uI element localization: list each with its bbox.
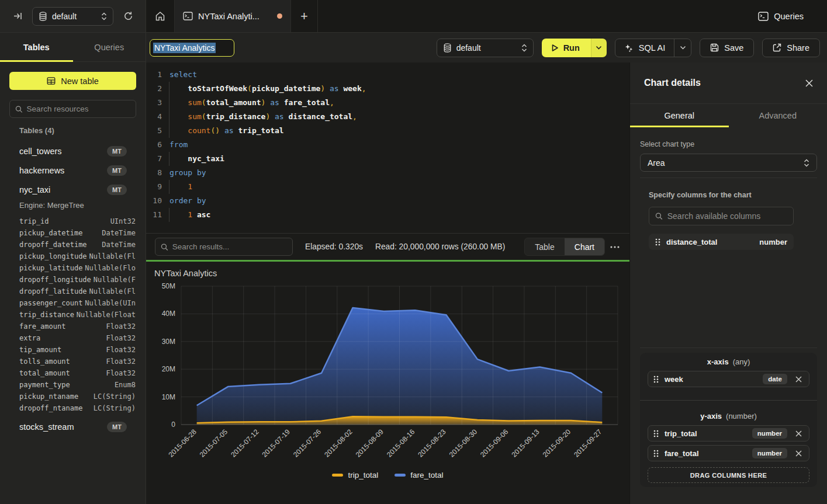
axis-column-name: fare_total (665, 449, 746, 458)
line-number: 5 (146, 124, 162, 138)
axis-column-item[interactable]: fare_totalnumber (648, 445, 809, 461)
save-button[interactable]: Save (700, 39, 754, 57)
sidebar-tab-queries[interactable]: Queries (73, 33, 146, 61)
token-par: ( (202, 98, 206, 107)
chart-type-value: Area (648, 158, 804, 168)
home-tab-button[interactable] (146, 0, 174, 32)
toggle-table[interactable]: Table (525, 238, 564, 255)
save-icon (710, 43, 719, 52)
queries-button[interactable]: Queries (751, 0, 827, 32)
run-button[interactable]: Run (542, 39, 591, 57)
legend-item[interactable]: fare_total (395, 471, 443, 479)
chart-type-select[interactable]: Area (640, 154, 817, 172)
sql-ai-button-label: SQL AI (639, 43, 665, 53)
axes-divider (640, 400, 817, 401)
panel-divider (640, 178, 817, 178)
sql-editor[interactable]: 1select2 toStartOfWeek(pickup_datetime) … (146, 62, 629, 233)
run-options-button[interactable] (591, 39, 607, 57)
more-options-button[interactable] (605, 246, 625, 248)
remove-column-button[interactable] (793, 376, 804, 383)
legend-item[interactable]: trip_total (332, 471, 378, 479)
columns-search-input[interactable] (667, 211, 787, 221)
column-type: UInt32 (49, 217, 136, 225)
x-tick-label: 2015-07-05 (198, 427, 230, 459)
new-table-button[interactable]: New table (9, 72, 136, 90)
axis-column-item[interactable]: trip_totalnumber (648, 425, 809, 442)
sidebar-search (9, 100, 136, 118)
x-tick-label: 2015-07-26 (292, 427, 323, 459)
axis-column-item[interactable]: weekdate (648, 371, 809, 387)
column-name: trip_distance (19, 311, 74, 319)
remove-column-button[interactable] (793, 430, 804, 437)
remove-column-button[interactable] (793, 450, 804, 457)
token-kw: from (169, 140, 188, 149)
token-kw: as (220, 126, 233, 135)
table-row[interactable]: cell_towersMT (19, 144, 136, 158)
sql-ai-button[interactable]: SQL AI (615, 43, 674, 53)
panel-tab-general[interactable]: General (630, 104, 729, 127)
code-text: sum(total_amount) as fare_total, (162, 96, 334, 110)
sidebar-search-input[interactable] (27, 105, 130, 113)
area-chart[interactable]: 010M20M30M40M50M2015-06-282015-07-052015… (146, 262, 629, 466)
share-button[interactable]: Share (762, 39, 820, 57)
toggle-chart[interactable]: Chart (565, 238, 604, 255)
token-fn: count (169, 126, 210, 135)
column-name: pickup_latitude (19, 264, 82, 272)
close-icon (795, 430, 802, 437)
toolbar-database-selector[interactable]: default (437, 39, 534, 57)
query-title-input[interactable]: NYTaxi Analytics (150, 39, 234, 57)
database-icon (39, 12, 47, 21)
column-row: total_amountFloat32 (19, 367, 136, 379)
tables-section-label: Tables (4) (19, 126, 136, 135)
share-button-label: Share (787, 43, 809, 53)
refresh-button[interactable] (119, 8, 137, 25)
column-name: total_amount (19, 369, 70, 377)
code-text: nyc_taxi (162, 152, 224, 166)
column-row: trip_distanceNullable(Float (19, 309, 136, 321)
query-tab[interactable]: NYTaxi Analyti... (174, 0, 291, 32)
table-row[interactable]: nyc_taxiMT (19, 183, 136, 197)
new-table-label: New table (61, 77, 98, 86)
token-kw: group by (169, 168, 206, 177)
column-name: pickup_longitude (19, 252, 87, 260)
sidebar-database-selector[interactable]: default (32, 7, 113, 26)
column-name: dropoff_latitude (19, 287, 87, 296)
available-column-item[interactable]: distance_totalnumber (649, 234, 794, 250)
x-tick-label: 2015-09-13 (510, 427, 541, 459)
terminal-icon (758, 12, 769, 21)
search-icon (655, 212, 663, 220)
sql-ai-options-button[interactable] (674, 39, 691, 57)
columns-search (649, 207, 794, 225)
close-panel-button[interactable] (802, 77, 815, 89)
new-tab-button[interactable]: + (291, 0, 318, 32)
y-axis-title: y-axis (700, 412, 722, 420)
x-tick-label: 2015-07-12 (229, 427, 261, 459)
token-par: () (210, 126, 220, 135)
code-text: 1 (162, 180, 192, 194)
collapse-sidebar-button[interactable] (8, 8, 27, 25)
chart-legend: trip_totalfare_total (146, 471, 629, 479)
column-type: LC(String) (82, 404, 136, 412)
app: default (0, 0, 827, 504)
results-search-input[interactable] (172, 242, 287, 251)
column-name: trip_id (19, 217, 49, 225)
table-name: stocks_stream (19, 422, 107, 432)
panel-tab-advanced[interactable]: Advanced (729, 104, 827, 127)
sidebar-database-value: default (52, 12, 96, 21)
code-line: 9 1 (146, 180, 629, 194)
y-tick-label: 10M (162, 393, 175, 401)
sidebar-tab-tables[interactable]: Tables (0, 33, 73, 61)
code-text: toStartOfWeek(pickup_datetime) as week, (162, 82, 366, 96)
table-row[interactable]: stocks_streamMT (19, 420, 136, 434)
table-engine-badge: MT (107, 422, 127, 432)
table-engine-badge: MT (107, 185, 127, 195)
table-row[interactable]: hackernewsMT (19, 164, 136, 178)
code-text: select (162, 68, 197, 82)
code-line: 6from (146, 138, 629, 152)
drop-zone[interactable]: DRAG COLUMNS HERE (648, 467, 809, 483)
database-icon (443, 43, 452, 53)
table-engine-label: Engine: MergeTree (19, 201, 136, 210)
column-row: fare_amountFloat32 (19, 321, 136, 332)
x-tick-label: 2015-06-28 (167, 427, 198, 459)
search-icon (161, 243, 168, 251)
